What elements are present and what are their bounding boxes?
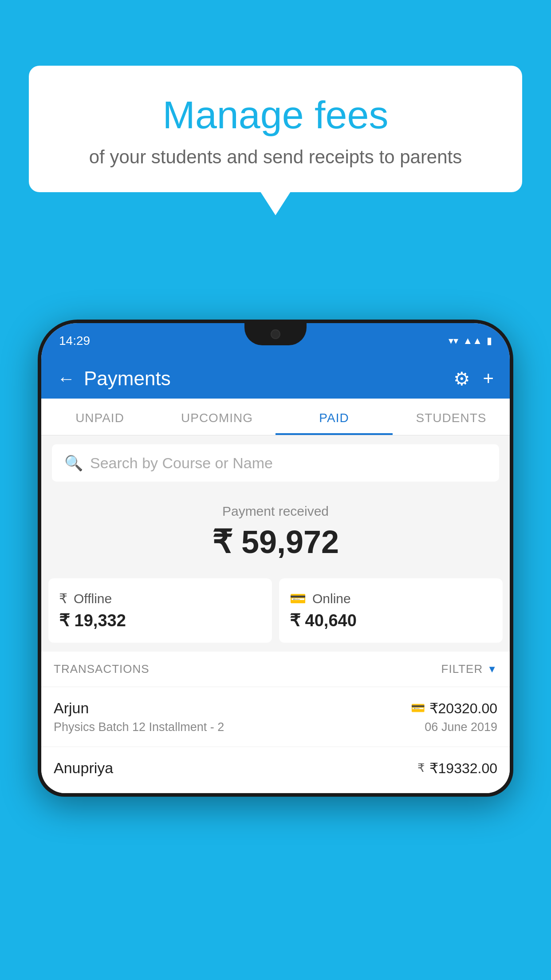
manage-fees-title: Manage fees: [47, 92, 504, 138]
status-bar: 14:29 ▾▾ ▲▲ ▮: [41, 323, 510, 359]
offline-label: Offline: [74, 591, 112, 606]
settings-icon[interactable]: ⚙: [453, 368, 470, 390]
signal-icon: ▲▲: [463, 335, 482, 347]
tabs-bar: UNPAID UPCOMING PAID STUDENTS: [41, 399, 510, 435]
tab-paid[interactable]: PAID: [276, 399, 393, 435]
search-icon: 🔍: [64, 454, 83, 472]
battery-icon: ▮: [487, 335, 492, 347]
payment-cards: ₹ Offline ₹ 19,332 💳 Online ₹ 40,640: [41, 578, 510, 652]
transactions-label: TRANSACTIONS: [54, 662, 150, 676]
filter-icon: ▼: [487, 664, 497, 675]
search-input[interactable]: Search by Course or Name: [90, 454, 273, 472]
transaction-date: 06 June 2019: [425, 720, 497, 734]
app-header: ← Payments ⚙ +: [41, 359, 510, 399]
online-label: Online: [312, 591, 351, 606]
camera: [271, 329, 280, 339]
search-box[interactable]: 🔍 Search by Course or Name: [52, 444, 499, 482]
manage-fees-subtitle: of your students and send receipts to pa…: [47, 146, 504, 168]
status-time: 14:29: [59, 334, 90, 348]
back-button[interactable]: ←: [57, 369, 75, 389]
filter-button[interactable]: FILTER ▼: [441, 662, 497, 676]
tab-unpaid[interactable]: UNPAID: [41, 399, 158, 435]
cash-payment-icon: ₹: [417, 761, 425, 775]
online-amount: ₹ 40,640: [290, 611, 492, 630]
filter-label: FILTER: [441, 662, 483, 676]
add-icon[interactable]: +: [483, 368, 494, 389]
tab-students[interactable]: STUDENTS: [393, 399, 510, 435]
transaction-amount: ₹20320.00: [429, 700, 497, 717]
offline-card: ₹ Offline ₹ 19,332: [48, 578, 272, 643]
phone-mockup: 14:29 ▾▾ ▲▲ ▮ ← Payments: [38, 320, 513, 980]
cash-icon: ₹: [59, 591, 67, 606]
payment-received-label: Payment received: [50, 504, 501, 519]
transaction-amount: ₹19332.00: [429, 760, 497, 777]
notch: [244, 323, 307, 345]
student-name: Arjun: [54, 699, 89, 717]
offline-amount: ₹ 19,332: [59, 611, 261, 630]
payment-received-section: Payment received ₹ 59,972: [41, 490, 510, 578]
card-payment-icon: 💳: [411, 701, 425, 715]
online-card: 💳 Online ₹ 40,640: [279, 578, 503, 643]
wifi-icon: ▾▾: [449, 335, 458, 347]
payment-received-amount: ₹ 59,972: [50, 523, 501, 561]
status-icons: ▾▾ ▲▲ ▮: [449, 335, 492, 347]
table-row[interactable]: Arjun 💳 ₹20320.00 Physics Batch 12 Insta…: [41, 687, 510, 747]
table-row[interactable]: Anupriya ₹ ₹19332.00: [41, 747, 510, 793]
speech-bubble: Manage fees of your students and send re…: [29, 66, 522, 192]
transactions-header: TRANSACTIONS FILTER ▼: [41, 652, 510, 687]
search-container: 🔍 Search by Course or Name: [41, 435, 510, 490]
card-icon: 💳: [290, 591, 306, 606]
course-info: Physics Batch 12 Installment - 2: [54, 720, 224, 734]
student-name: Anupriya: [54, 759, 113, 777]
tab-upcoming[interactable]: UPCOMING: [158, 399, 276, 435]
page-title: Payments: [84, 368, 171, 390]
